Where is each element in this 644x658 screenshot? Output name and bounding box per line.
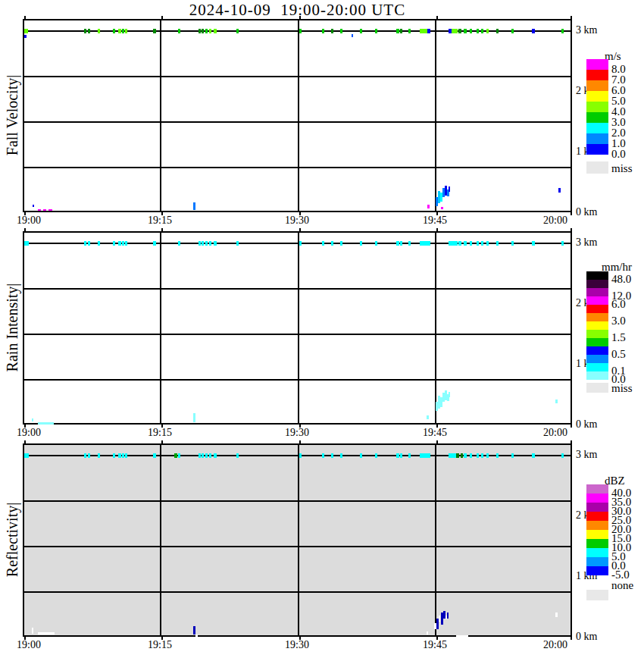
axis-tick bbox=[571, 425, 572, 428]
legend-color-swatch bbox=[586, 296, 608, 305]
legend-color-swatch bbox=[586, 355, 608, 363]
echo-mark-3km bbox=[331, 29, 333, 33]
echo-mark-3km bbox=[84, 29, 86, 33]
echo-mark bbox=[193, 413, 195, 422]
legend-value-label: 0.5 bbox=[611, 348, 644, 361]
legend-color-swatch bbox=[586, 271, 608, 280]
axis-tick bbox=[161, 228, 163, 231]
axis-tick bbox=[299, 440, 301, 443]
echo-mark bbox=[32, 628, 33, 634]
height-gridline bbox=[24, 591, 571, 593]
axis-tick bbox=[571, 228, 572, 231]
echo-mark-3km bbox=[360, 29, 362, 33]
height-gridline bbox=[24, 76, 571, 77]
echo-mark-3km bbox=[118, 453, 121, 458]
axis-tick bbox=[24, 16, 26, 19]
echo-mark-3km bbox=[481, 29, 483, 33]
height-gridline bbox=[24, 546, 571, 547]
echo-mark-3km bbox=[400, 29, 402, 33]
time-gridline bbox=[435, 233, 436, 423]
echo-mark-3km bbox=[452, 29, 458, 33]
x-tick-label: 20:00 bbox=[543, 215, 567, 227]
legend-value-label: 1.5 bbox=[611, 331, 644, 344]
echo-mark bbox=[449, 392, 450, 397]
time-gridline bbox=[160, 445, 161, 635]
time-gridline bbox=[298, 20, 299, 211]
echo-mark-3km bbox=[340, 453, 342, 458]
axis-tick bbox=[436, 228, 438, 231]
echo-mark-3km bbox=[199, 29, 201, 33]
legend-color-swatch bbox=[586, 521, 608, 530]
height-gridline bbox=[24, 121, 571, 123]
legend-color-swatch bbox=[586, 557, 608, 566]
x-tick-label: 19:15 bbox=[148, 427, 172, 439]
echo-mark-3km bbox=[122, 453, 124, 458]
axis-tick bbox=[436, 16, 438, 19]
legend-color-swatch bbox=[586, 280, 608, 288]
echo-mark-3km bbox=[470, 453, 472, 458]
y-axis-label-fall-velocity: Fall Velocity| bbox=[4, 75, 21, 155]
axis-tick bbox=[571, 16, 572, 19]
plot-area-fall-velocity bbox=[23, 19, 572, 212]
x-tick-label: 20:00 bbox=[543, 427, 567, 439]
echo-mark-3km bbox=[464, 453, 467, 458]
echo-mark-3km bbox=[209, 241, 211, 246]
echo-mark-3km bbox=[118, 241, 121, 246]
height-gridline bbox=[24, 288, 571, 290]
echo-mark-3km bbox=[360, 453, 362, 458]
axis-tick bbox=[436, 440, 438, 443]
y-axis-label-reflectivity: Reflectivity| bbox=[4, 503, 21, 577]
legend-color-swatch bbox=[586, 80, 608, 91]
echo-mark-3km bbox=[561, 241, 564, 246]
echo-mark-3km bbox=[511, 241, 514, 246]
legend-reflectivity: dBZ 40.035.030.025.020.015.010.05.00.0-5… bbox=[586, 475, 644, 605]
axis-tick bbox=[299, 16, 301, 19]
legend-missing-label: miss bbox=[611, 382, 644, 395]
time-gridline bbox=[298, 233, 299, 423]
panel-reflectivity: Reflectivity| 19:0019:1519:3019:4520:003… bbox=[0, 443, 644, 637]
echo-mark-3km bbox=[214, 453, 217, 458]
legend-color-swatch bbox=[586, 288, 608, 296]
echo-mark bbox=[441, 207, 443, 209]
x-tick-label: 19:30 bbox=[285, 215, 309, 227]
legend-missing-swatch bbox=[586, 161, 608, 174]
legend-color-swatch bbox=[586, 321, 608, 330]
echo-mark-3km bbox=[331, 453, 333, 458]
x-tick-label: 19:45 bbox=[423, 639, 447, 651]
legend-color-swatch bbox=[586, 305, 608, 313]
echo-mark-3km bbox=[511, 29, 514, 33]
echo-mark-3km bbox=[202, 453, 204, 458]
panel-fall-velocity: Fall Velocity| 19:0019:1519:3019:4520:00… bbox=[0, 19, 644, 212]
echo-mark-3km bbox=[88, 29, 90, 33]
echo-mark-3km bbox=[202, 241, 204, 246]
echo-mark bbox=[427, 631, 428, 634]
echo-mark bbox=[427, 205, 430, 208]
legend-color-swatch bbox=[586, 494, 608, 503]
echo-mark-3km bbox=[199, 241, 201, 246]
plot-area-reflectivity bbox=[23, 443, 572, 637]
axis-tick bbox=[571, 212, 572, 215]
echo-mark-3km bbox=[205, 29, 208, 33]
x-tick-label: 19:15 bbox=[148, 215, 172, 227]
legend-fall-velocity: m/s 8.07.06.05.04.03.02.01.00.0miss bbox=[586, 50, 644, 179]
echo-mark bbox=[427, 415, 429, 419]
echo-mark-3km bbox=[561, 29, 564, 33]
plot-area-rain-intensity bbox=[23, 231, 572, 425]
x-tick-label: 20:00 bbox=[543, 639, 567, 651]
legend-color-swatch bbox=[586, 566, 608, 575]
height-tick-label: 3 km bbox=[576, 24, 597, 36]
echo-mark-3km bbox=[322, 241, 324, 246]
echo-mark bbox=[195, 634, 198, 637]
echo-mark-3km bbox=[400, 241, 402, 246]
echo-mark-3km bbox=[477, 241, 479, 246]
echo-mark-3km bbox=[452, 241, 458, 246]
axis-tick bbox=[571, 637, 572, 640]
echo-mark-3km bbox=[122, 29, 124, 33]
legend-value-label: 6.0 bbox=[611, 298, 644, 311]
echo-mark-3km bbox=[331, 241, 333, 246]
axis-tick bbox=[571, 440, 572, 443]
legend-color-swatch bbox=[586, 346, 608, 355]
echo-mark-3km bbox=[375, 453, 377, 458]
echo-mark bbox=[48, 209, 52, 211]
legend-color-swatch bbox=[586, 512, 608, 521]
